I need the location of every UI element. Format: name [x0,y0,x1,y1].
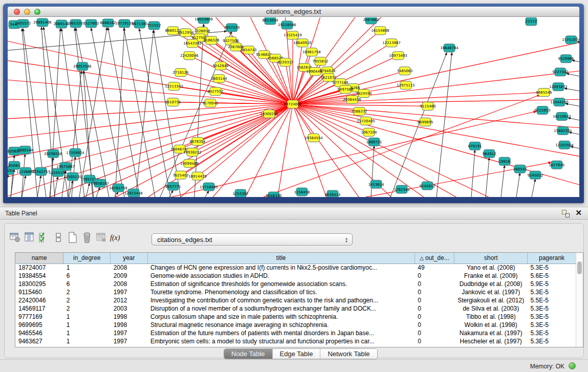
network-edge[interactable] [192,104,293,152]
table-selector-dropdown[interactable]: citations_edges.txt ▲▼ [151,233,353,246]
table-cell-pagerank[interactable]: 5.5E-5 [528,296,576,304]
network-edge[interactable] [569,132,579,138]
network-edge[interactable] [79,28,107,197]
network-node[interactable]: 1527602 [83,19,99,28]
table-cell-short[interactable]: de Silva et al. (2003) [454,304,528,313]
table-cell-title[interactable]: Investigating the contribution of common… [147,296,415,304]
column-header-year[interactable]: year [111,253,147,264]
network-node[interactable]: 12444150 [550,98,569,106]
delete-column-icon[interactable] [95,231,108,244]
table-cell-title[interactable]: Corpus callosum shape and size in male p… [147,313,415,321]
table-cell-title[interactable]: Tourette syndrome. Phenomenology and cla… [147,288,415,296]
table-row[interactable]: 1456911722003Disruption of a novel membe… [15,304,576,313]
network-node[interactable]: 1890721 [366,138,382,146]
network-node-selected[interactable]: 16961758 [302,48,321,56]
table-row[interactable]: 977716911998Corpus callosum shape and si… [15,313,576,321]
network-node[interactable]: 9245012 [419,182,435,190]
network-edge[interactable] [293,104,335,197]
table-cell-title[interactable]: Estimation of the future numbers of pati… [147,329,415,337]
table-cell-title[interactable]: Disruption of a novel member of a sodium… [147,304,415,313]
network-node[interactable]: 1253307 [232,189,248,197]
network-node-selected[interactable]: 7485063 [397,67,412,75]
create-column-icon[interactable] [23,231,36,244]
network-node-selected[interactable]: 9170041 [202,99,218,107]
scrollbar-thumb[interactable] [577,261,582,274]
table-row[interactable]: 946362711997Embryonic stem cells: a mode… [15,337,576,345]
network-node[interactable]: 20053346 [73,62,92,71]
network-edge[interactable] [293,43,302,104]
network-edge[interactable] [50,158,53,197]
table-cell-in_degree[interactable]: 2 [63,304,111,313]
table-cell-year[interactable]: 2008 [111,280,147,288]
table-cell-year[interactable]: 1997 [111,337,147,345]
network-node-selected[interactable]: 9699695 [417,118,433,126]
network-node[interactable]: 9857771 [165,182,181,190]
table-cell-name[interactable]: 22420046 [15,296,63,304]
table-cell-pagerank[interactable]: 5.3E-5 [528,321,576,329]
network-edge[interactable] [501,165,505,197]
network-node-selected[interactable]: 16154808 [371,27,389,35]
network-edge[interactable] [91,28,124,197]
table-cell-short[interactable]: Jankovic et al. (1997) [454,288,528,296]
network-node[interactable]: 17359924 [66,148,84,157]
network-node[interactable]: 16033809 [194,17,213,24]
new-table-icon[interactable] [66,231,79,244]
network-edge[interactable] [567,74,579,80]
network-node-selected[interactable]: 15720405 [357,117,375,125]
network-edge[interactable] [293,99,579,104]
network-node[interactable]: 19816 [499,157,510,165]
network-edge[interactable] [293,104,417,197]
table-cell-name[interactable]: 19384554 [15,272,63,280]
table-cell-title[interactable]: Genome-wide association studies in ADHD. [147,272,415,280]
network-node[interactable]: 1677045 [549,161,564,169]
network-node[interactable]: 9046330 [266,192,281,197]
table-cell-in_degree[interactable]: 1 [63,313,111,321]
network-edge[interactable] [565,104,579,110]
network-node-selected[interactable]: 12213343 [165,82,183,91]
network-edge[interactable] [8,104,293,120]
network-node-selected[interactable]: 8220317 [277,58,293,67]
table-cell-title[interactable]: Structural magnetic resonance image aver… [147,321,415,329]
table-cell-pagerank[interactable]: 5.6E-5 [528,272,576,280]
float-panel-icon[interactable] [562,210,570,217]
table-cell-name[interactable]: 9463627 [15,337,63,345]
network-edge[interactable] [96,187,100,197]
network-node-selected[interactable]: 12975115 [397,81,415,90]
tab-network-table[interactable]: Network Table [320,349,377,359]
network-node[interactable]: 15751074 [562,36,579,44]
table-cell-pagerank[interactable]: 5.3E-5 [528,329,576,337]
table-cell-out_degree[interactable]: 49 [415,264,454,272]
network-node-selected[interactable]: 8454743 [241,46,256,54]
table-cell-in_degree[interactable]: 1 [63,321,111,329]
network-edge[interactable] [205,191,209,197]
table-cell-name[interactable]: 18300295 [15,280,63,288]
table-cell-out_degree[interactable]: 0 [415,296,454,304]
table-cell-title[interactable]: Embryonic stem cells: a model to study s… [147,337,415,345]
table-cell-year[interactable]: 2003 [111,304,147,313]
column-header-short[interactable]: short [454,253,528,264]
network-node-selected[interactable]: 7625402 [172,171,188,179]
table-cell-name[interactable]: 9699695 [15,321,63,329]
table-cell-year[interactable]: 1998 [111,321,147,329]
network-node[interactable]: 21572 [526,17,537,26]
table-cell-in_degree[interactable]: 1 [63,337,111,345]
table-cell-year[interactable]: 2008 [111,264,147,272]
network-node[interactable]: 15692391 [554,126,572,135]
table-cell-short[interactable]: Nakamura et al. (1997) [454,329,528,337]
network-node[interactable]: 20206556 [44,149,62,158]
network-edge[interactable] [532,179,535,197]
table-cell-pagerank[interactable]: 5.3E-5 [528,337,576,345]
network-edge[interactable] [568,118,579,123]
network-edge[interactable] [233,104,293,197]
table-cell-out_degree[interactable]: 0 [415,313,454,321]
network-node[interactable]: 751552 [147,21,161,30]
network-node-selected[interactable]: 12213967 [382,39,401,47]
network-node[interactable]: 20891406 [33,18,52,27]
table-cell-in_degree[interactable]: 1 [63,264,111,272]
network-node-selected[interactable]: 2803144 [211,75,227,83]
network-edge[interactable] [516,173,520,197]
table-cell-short[interactable]: Hescheler et al. (1997) [454,337,528,345]
table-cell-year[interactable]: 1997 [111,288,147,296]
network-edge[interactable] [371,146,374,197]
table-row[interactable]: 2242004622012Investigating the contribut… [15,296,576,304]
